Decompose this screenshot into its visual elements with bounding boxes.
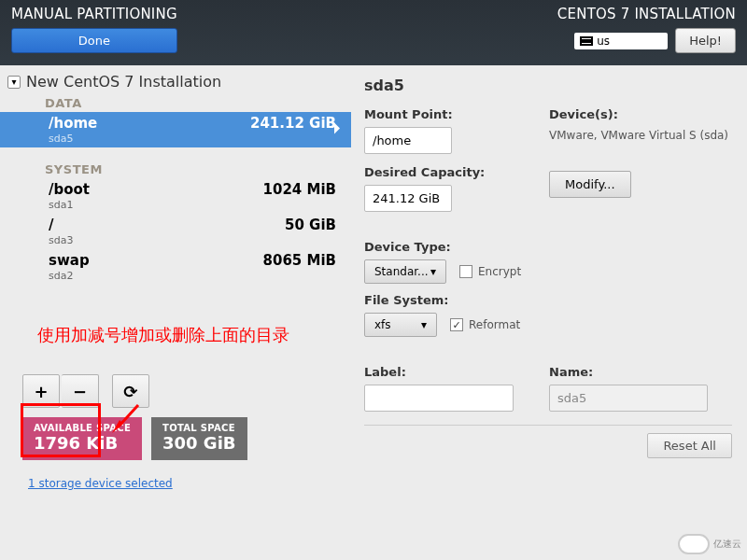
mount-device: sda1 xyxy=(49,199,336,211)
chevron-down-icon: ▾ xyxy=(421,318,427,331)
reformat-label: Reformat xyxy=(469,318,520,331)
watermark: 亿速云 xyxy=(678,534,741,554)
desired-capacity-input[interactable] xyxy=(364,185,452,212)
mount-path: /home xyxy=(49,115,97,132)
mount-path: / xyxy=(49,217,53,233)
mount-item-home[interactable]: /home 241.12 GiB sda5 xyxy=(0,112,351,147)
partition-details-pane: sda5 Mount Point: Device(s): VMware, VMw… xyxy=(351,65,747,560)
device-type-select[interactable]: Standar... ▾ xyxy=(364,259,446,284)
section-label-system: SYSTEM xyxy=(0,161,351,178)
chevron-right-icon xyxy=(332,121,342,139)
reformat-checkbox[interactable] xyxy=(450,318,463,331)
watermark-text: 亿速云 xyxy=(713,538,741,551)
mount-size: 241.12 GiB xyxy=(250,115,336,132)
page-title: MANUAL PARTITIONING xyxy=(11,6,177,22)
mount-item-swap[interactable]: swap 8065 MiB sda2 xyxy=(0,249,351,285)
storage-devices-link[interactable]: 1 storage device selected xyxy=(28,477,173,490)
name-input xyxy=(549,385,708,412)
installer-title: CENTOS 7 INSTALLATION xyxy=(557,6,736,22)
modify-devices-button[interactable]: Modify... xyxy=(549,171,631,198)
section-label-data: DATA xyxy=(0,94,351,112)
mount-point-input[interactable] xyxy=(364,127,452,154)
encrypt-label: Encrypt xyxy=(478,265,521,278)
expander-toggle[interactable]: ▾ xyxy=(7,76,21,89)
details-heading: sda5 xyxy=(364,77,732,94)
total-space-value: 300 GiB xyxy=(162,433,236,453)
mount-path: swap xyxy=(49,252,90,269)
chevron-down-icon: ▾ xyxy=(430,265,436,278)
mount-size: 1024 MiB xyxy=(263,181,336,198)
keyboard-icon xyxy=(580,36,593,46)
cloud-icon xyxy=(678,534,710,554)
mount-device: sda5 xyxy=(49,133,336,145)
done-button[interactable]: Done xyxy=(11,28,177,53)
device-type-label: Device Type: xyxy=(364,240,732,254)
remove-partition-button[interactable]: − xyxy=(62,374,99,408)
mount-device: sda3 xyxy=(49,234,336,246)
install-title: New CentOS 7 Installation xyxy=(26,73,221,91)
devices-label: Device(s): xyxy=(549,107,732,121)
total-space-label: TOTAL SPACE xyxy=(162,423,236,433)
desired-capacity-label: Desired Capacity: xyxy=(364,165,542,179)
devices-text: VMware, VMware Virtual S (sda) xyxy=(549,127,732,144)
mount-point-label: Mount Point: xyxy=(364,107,542,121)
annotation-arrow-icon xyxy=(110,401,148,439)
add-partition-button[interactable]: + xyxy=(22,374,60,408)
file-system-value: xfs xyxy=(374,318,391,331)
reset-all-button[interactable]: Reset All xyxy=(647,433,732,458)
device-type-value: Standar... xyxy=(374,265,429,278)
file-system-select[interactable]: xfs ▾ xyxy=(364,313,437,337)
mount-size: 50 GiB xyxy=(285,217,336,233)
mount-path: /boot xyxy=(49,181,90,198)
keyboard-layout-label: us xyxy=(597,35,610,48)
mount-size: 8065 MiB xyxy=(263,252,336,269)
keyboard-indicator[interactable]: us xyxy=(574,33,668,49)
mount-item-root[interactable]: / 50 GiB sda3 xyxy=(0,214,351,249)
encrypt-checkbox[interactable] xyxy=(459,265,472,278)
annotation-text: 使用加减号增加或删除上面的目录 xyxy=(0,316,351,354)
label-input[interactable] xyxy=(364,385,514,412)
file-system-label: File System: xyxy=(364,293,732,307)
mount-item-boot[interactable]: /boot 1024 MiB sda1 xyxy=(0,178,351,214)
header-bar: MANUAL PARTITIONING Done CENTOS 7 INSTAL… xyxy=(0,0,747,65)
partition-list-pane: ▾ New CentOS 7 Installation DATA /home 2… xyxy=(0,65,351,560)
help-button[interactable]: Help! xyxy=(675,28,736,53)
mount-device: sda2 xyxy=(49,270,336,282)
label-label: Label: xyxy=(364,365,542,379)
name-label: Name: xyxy=(549,365,732,379)
total-space-box: TOTAL SPACE 300 GiB xyxy=(151,417,247,460)
